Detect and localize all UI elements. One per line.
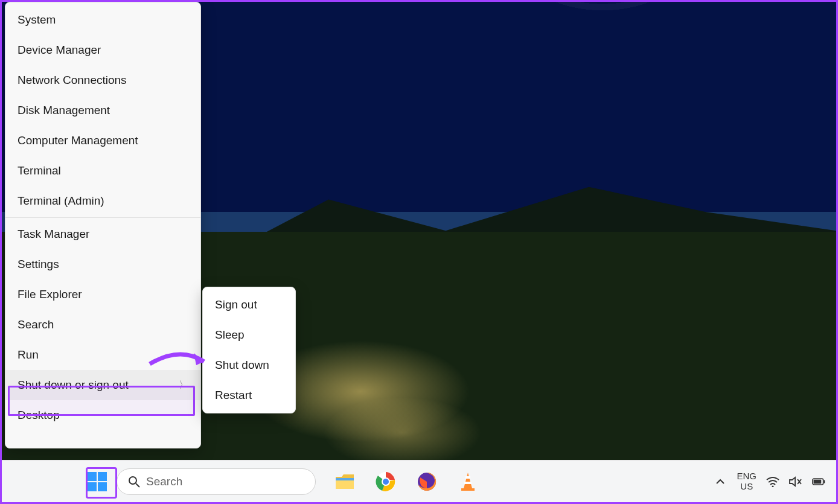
menu-item-file-explorer[interactable]: File Explorer [5,279,200,310]
menu-item-desktop[interactable]: Desktop [5,400,200,430]
svg-point-10 [383,479,389,485]
menu-item-label: File Explorer [18,288,82,301]
svg-rect-1 [98,472,107,481]
start-button[interactable] [85,470,109,494]
menu-item-system[interactable]: System [5,5,200,35]
menu-item-label: Computer Management [18,134,138,147]
menu-item-label: Network Connections [18,74,127,87]
svg-rect-18 [814,479,822,483]
chrome-icon [376,471,396,492]
menu-item-terminal-admin[interactable]: Terminal (Admin) [5,186,200,216]
menu-item-label: Terminal (Admin) [18,194,104,208]
taskbar-app-chrome[interactable] [374,470,398,494]
folder-icon [334,473,355,490]
taskbar-app-vlc[interactable] [456,470,480,494]
submenu-item-restart[interactable]: Restart [203,380,295,410]
menu-item-task-manager[interactable]: Task Manager [5,219,200,249]
menu-item-label: Settings [18,258,59,271]
menu-separator [5,217,200,218]
submenu-item-label: Sign out [215,298,257,311]
wifi-indicator[interactable] [766,475,779,488]
menu-item-label: Shut down or sign out [18,378,129,392]
svg-rect-17 [824,480,825,483]
menu-item-label: Disk Management [18,104,110,117]
search-placeholder: Search [146,475,182,488]
desktop-screen: System Device Manager Network Connection… [0,0,838,504]
taskbar-left-group: Search [85,468,480,495]
svg-rect-2 [88,482,97,491]
menu-item-label: Terminal [18,164,61,177]
wifi-icon [766,476,779,487]
menu-item-network-connections[interactable]: Network Connections [5,65,200,95]
windows-logo-icon [87,471,107,492]
menu-item-label: Device Manager [18,43,101,57]
menu-item-settings[interactable]: Settings [5,249,200,279]
firefox-icon [417,471,437,492]
chevron-right-icon: 〉 [179,379,188,392]
taskbar-search[interactable]: Search [117,468,316,495]
menu-item-label: System [18,13,56,27]
menu-item-search[interactable]: Search [5,310,200,340]
battery-indicator[interactable] [812,475,825,488]
submenu-item-label: Shut down [215,359,269,372]
submenu-item-sleep[interactable]: Sleep [203,320,295,350]
tray-overflow-button[interactable] [714,475,727,488]
svg-rect-14 [461,488,475,491]
menu-item-computer-management[interactable]: Computer Management [5,126,200,156]
menu-item-device-manager[interactable]: Device Manager [5,35,200,65]
taskbar-app-firefox[interactable] [415,470,439,494]
power-user-menu: System Device Manager Network Connection… [5,2,201,448]
svg-point-15 [772,485,774,487]
svg-rect-7 [336,478,354,480]
menu-item-shut-down-or-sign-out[interactable]: Shut down or sign out 〉 [5,370,200,400]
speaker-muted-icon [789,476,802,488]
menu-item-label: Search [18,318,54,331]
volume-indicator[interactable] [789,475,802,488]
submenu-item-label: Restart [215,389,252,402]
vlc-cone-icon [459,471,477,492]
menu-item-label: Run [18,348,39,362]
menu-item-label: Task Manager [18,228,89,241]
svg-rect-13 [464,482,472,484]
shutdown-submenu: Sign out Sleep Shut down Restart [202,287,296,413]
svg-rect-12 [465,476,470,479]
system-tray: ENG US [714,471,825,491]
menu-item-terminal[interactable]: Terminal [5,156,200,186]
language-top: ENG [737,471,756,482]
chevron-up-icon [715,477,725,486]
taskbar-app-file-explorer[interactable] [333,470,357,494]
menu-item-label: Desktop [18,409,60,422]
svg-point-4 [129,477,136,484]
search-icon [128,476,140,488]
svg-rect-0 [88,472,97,481]
menu-item-run[interactable]: Run [5,340,200,370]
language-indicator[interactable]: ENG US [737,471,756,491]
menu-item-disk-management[interactable]: Disk Management [5,95,200,126]
submenu-item-label: Sleep [215,328,245,342]
submenu-item-sign-out[interactable]: Sign out [203,290,295,320]
language-bottom: US [737,482,756,492]
svg-line-5 [136,483,139,487]
svg-rect-3 [98,482,107,491]
taskbar: Search [2,460,836,502]
submenu-item-shut-down[interactable]: Shut down [203,350,295,380]
battery-icon [812,477,825,486]
